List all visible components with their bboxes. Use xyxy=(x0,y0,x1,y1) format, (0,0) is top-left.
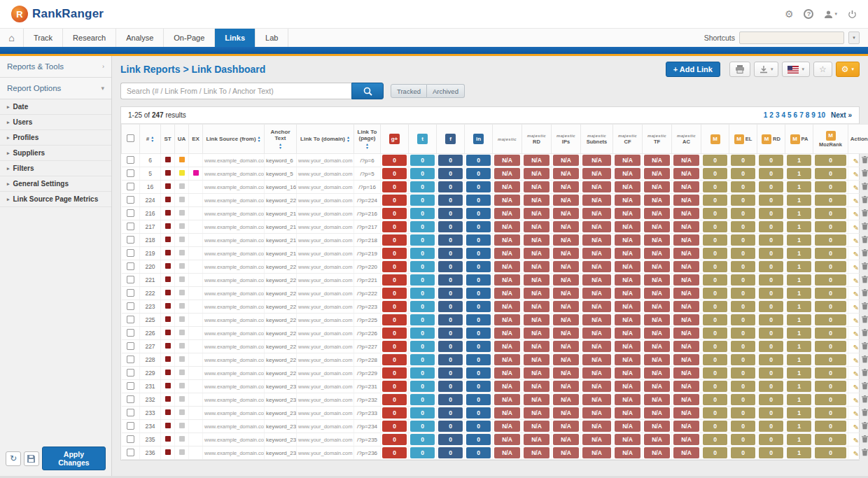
row-checkbox[interactable] xyxy=(127,421,134,429)
page-link-4[interactable]: 4 xyxy=(781,111,785,119)
link-to-domain-cell[interactable]: www.your_domain.com↗ xyxy=(297,407,354,420)
delete-icon[interactable] xyxy=(862,223,868,230)
refresh-button[interactable]: ↻ xyxy=(6,451,21,466)
row-checkbox[interactable] xyxy=(127,408,134,416)
link-to-domain-cell[interactable]: www.your_domain.com↗ xyxy=(297,327,354,340)
edit-icon[interactable]: ✎ xyxy=(853,357,859,365)
link-source-cell[interactable]: www.example_domain.com↗ xyxy=(203,247,265,260)
link-to-domain-cell[interactable]: www.your_domain.com↗ xyxy=(297,314,354,327)
link-to-page-cell[interactable]: /?p=228 xyxy=(354,353,381,367)
nav-tab-analyse[interactable]: Analyse xyxy=(116,29,164,47)
sort-arrows-icon[interactable]: ▲▼ xyxy=(279,143,282,149)
link-to-domain-cell[interactable]: www.your_domain.com↗ xyxy=(297,207,354,220)
link-source-cell[interactable]: www.example_domain.com↗ xyxy=(203,287,265,300)
row-checkbox[interactable] xyxy=(127,195,134,203)
link-to-domain-cell[interactable]: www.your_domain.com↗ xyxy=(297,447,354,460)
sidebar-item-suppliers[interactable]: ▸Suppliers xyxy=(0,146,111,161)
link-source-cell[interactable]: www.example_domain.com↗ xyxy=(203,367,265,380)
edit-icon[interactable]: ✎ xyxy=(853,290,859,298)
select-all-checkbox[interactable] xyxy=(127,134,134,142)
settings-button[interactable]: ⚙ xyxy=(785,9,794,19)
link-source-cell[interactable]: www.example_domain.com↗ xyxy=(203,274,265,287)
link-source-cell[interactable]: www.example_domain.com↗ xyxy=(203,393,265,407)
link-source-cell[interactable]: www.example_domain.com↗ xyxy=(203,433,265,447)
edit-icon[interactable]: ✎ xyxy=(853,397,859,405)
link-to-page-cell[interactable]: /?p=218 xyxy=(354,234,381,247)
link-source-cell[interactable]: www.example_domain.com↗ xyxy=(203,447,265,460)
link-source-cell[interactable]: www.example_domain.com↗ xyxy=(203,207,265,220)
delete-icon[interactable] xyxy=(862,369,868,377)
export-button[interactable]: ▾ xyxy=(754,62,779,77)
link-source-cell[interactable]: www.example_domain.com↗ xyxy=(203,407,265,420)
col-header-num[interactable]: #▲▼ xyxy=(140,125,161,154)
link-to-domain-cell[interactable]: www.your_domain.com↗ xyxy=(297,234,354,247)
sort-arrows-icon[interactable]: ▲▼ xyxy=(258,136,261,142)
link-to-page-cell[interactable]: /?p=5 xyxy=(354,167,381,181)
sort-arrows-icon[interactable]: ▲▼ xyxy=(150,136,154,142)
link-source-cell[interactable]: www.example_domain.com↗ xyxy=(203,314,265,327)
nav-tab-lab[interactable]: Lab xyxy=(255,29,288,47)
edit-icon[interactable]: ✎ xyxy=(853,264,859,272)
edit-icon[interactable]: ✎ xyxy=(853,237,859,245)
link-to-page-cell[interactable]: /?p=226 xyxy=(354,327,381,340)
row-checkbox[interactable] xyxy=(127,182,134,190)
sidebar-item-users[interactable]: ▸Users xyxy=(0,115,111,130)
tracked-toggle[interactable]: Tracked xyxy=(391,84,427,98)
delete-icon[interactable] xyxy=(862,409,868,416)
row-checkbox[interactable] xyxy=(127,248,134,256)
link-to-domain-cell[interactable]: www.your_domain.com↗ xyxy=(297,260,354,274)
sort-arrows-icon[interactable]: ▲▼ xyxy=(365,143,369,149)
link-to-domain-cell[interactable]: www.your_domain.com↗ xyxy=(297,181,354,194)
edit-icon[interactable]: ✎ xyxy=(853,171,859,178)
page-link-2[interactable]: 2 xyxy=(769,111,774,119)
page-link-5[interactable]: 5 xyxy=(788,111,792,119)
nav-tab-track[interactable]: Track xyxy=(24,29,63,47)
link-source-cell[interactable]: www.example_domain.com↗ xyxy=(203,380,265,393)
page-link-6[interactable]: 6 xyxy=(794,111,798,119)
delete-icon[interactable] xyxy=(862,262,868,270)
row-checkbox[interactable] xyxy=(127,275,134,283)
page-link-3[interactable]: 3 xyxy=(776,111,780,119)
link-to-domain-cell[interactable]: www.your_domain.com↗ xyxy=(297,433,354,447)
link-to-page-cell[interactable]: /?p=224 xyxy=(354,194,381,207)
logout-button[interactable] xyxy=(848,10,857,19)
sidebar-item-filters[interactable]: ▸Filters xyxy=(0,161,111,176)
link-to-domain-cell[interactable]: www.your_domain.com↗ xyxy=(297,380,354,393)
link-to-page-cell[interactable]: /?p=227 xyxy=(354,340,381,353)
search-input[interactable] xyxy=(120,83,351,99)
edit-icon[interactable]: ✎ xyxy=(853,157,859,165)
link-to-domain-cell[interactable]: www.your_domain.com↗ xyxy=(297,367,354,380)
delete-icon[interactable] xyxy=(862,289,868,297)
nav-tab-home[interactable]: ⌂ xyxy=(0,29,24,47)
delete-icon[interactable] xyxy=(862,422,868,430)
help-button[interactable]: ? xyxy=(804,9,813,19)
delete-icon[interactable] xyxy=(862,316,868,323)
link-to-page-cell[interactable]: /?p=221 xyxy=(354,274,381,287)
link-source-cell[interactable]: www.example_domain.com↗ xyxy=(203,154,265,167)
edit-icon[interactable]: ✎ xyxy=(853,211,859,218)
delete-icon[interactable] xyxy=(862,249,868,257)
sort-arrows-icon[interactable]: ▲▼ xyxy=(346,136,350,142)
edit-icon[interactable]: ✎ xyxy=(853,384,859,391)
delete-icon[interactable] xyxy=(862,236,868,244)
delete-icon[interactable] xyxy=(862,449,868,456)
row-checkbox[interactable] xyxy=(127,315,134,323)
sidebar-item-link-source-page-metrics[interactable]: ▸Link Source Page Metrics xyxy=(0,192,111,207)
edit-icon[interactable]: ✎ xyxy=(853,450,859,458)
link-to-domain-cell[interactable]: www.your_domain.com↗ xyxy=(297,194,354,207)
row-checkbox[interactable] xyxy=(127,288,134,296)
apply-changes-button[interactable]: Apply Changes xyxy=(42,447,106,470)
link-to-page-cell[interactable]: /?p=231 xyxy=(354,380,381,393)
link-to-page-cell[interactable]: /?p=216 xyxy=(354,207,381,220)
edit-icon[interactable]: ✎ xyxy=(853,251,859,258)
delete-icon[interactable] xyxy=(862,395,868,403)
row-checkbox[interactable] xyxy=(127,262,134,269)
row-checkbox[interactable] xyxy=(127,355,134,363)
edit-icon[interactable]: ✎ xyxy=(853,277,859,285)
link-source-cell[interactable]: www.example_domain.com↗ xyxy=(203,234,265,247)
link-to-domain-cell[interactable]: www.your_domain.com↗ xyxy=(297,420,354,433)
nav-tab-research[interactable]: Research xyxy=(63,29,116,47)
row-checkbox[interactable] xyxy=(127,169,134,176)
link-to-page-cell[interactable]: /?p=229 xyxy=(354,367,381,380)
link-to-domain-cell[interactable]: www.your_domain.com↗ xyxy=(297,353,354,367)
